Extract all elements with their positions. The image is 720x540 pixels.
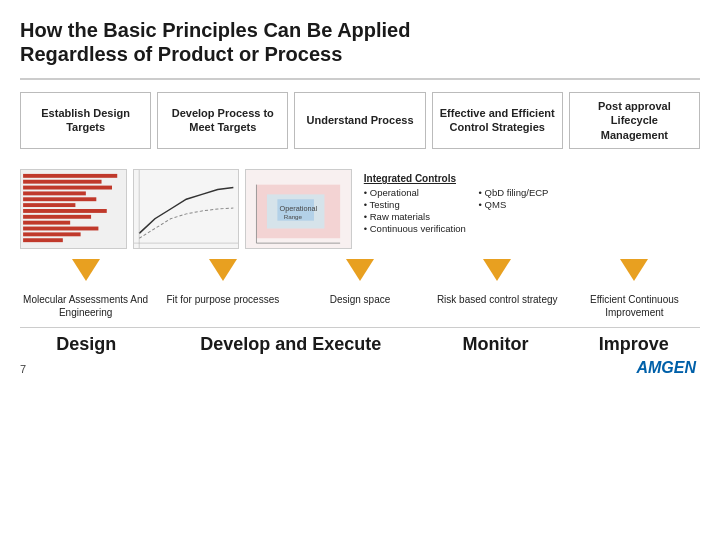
control-item-4: • Continuous verification	[364, 223, 469, 234]
control-item-6: • QMS	[479, 199, 584, 210]
controls-col-2: • QbD filing/ECP • QMS	[479, 187, 584, 235]
control-item-1: • Operational	[364, 187, 469, 198]
bottom-label-develop: Develop and Execute	[158, 334, 423, 355]
down-arrow-3	[346, 259, 374, 281]
down-arrow-4	[483, 259, 511, 281]
control-item-5: • QbD filing/ECP	[479, 187, 584, 198]
svg-rect-6	[23, 209, 107, 213]
svg-rect-0	[23, 174, 117, 178]
label-fit: Fit for purpose processes	[157, 293, 288, 319]
svg-text:Operational: Operational	[280, 205, 318, 213]
chart-empty	[595, 169, 700, 249]
header-box-establish: Establish Design Targets	[20, 92, 151, 149]
arrow-1	[20, 259, 151, 281]
bottom-label-improve: Improve	[568, 334, 700, 355]
label-design-space: Design space	[294, 293, 425, 319]
svg-rect-5	[23, 203, 75, 207]
header-box-understand: Understand Process	[294, 92, 425, 149]
bottom-improve: Improve	[568, 334, 700, 355]
chart-line	[133, 169, 240, 249]
down-arrow-5	[620, 259, 648, 281]
header-box-develop: Develop Process to Meet Targets	[157, 92, 288, 149]
controls-title: Integrated Controls	[364, 173, 584, 184]
chart-design-space: Operational Range	[245, 169, 352, 249]
arrow-4	[432, 259, 563, 281]
down-arrow-1	[72, 259, 100, 281]
charts-row: Operational Range Integrated Controls • …	[20, 159, 700, 249]
bottom-label-design: Design	[20, 334, 152, 355]
svg-rect-3	[23, 191, 86, 195]
label-risk: Risk based control strategy	[432, 293, 563, 319]
page-number: 7	[20, 363, 26, 375]
header-box-postapproval: Post approval Lifecycle Management	[569, 92, 700, 149]
label-efficient: Efficient Continuous Improvement	[569, 293, 700, 319]
arrow-5	[569, 259, 700, 281]
down-arrow-2	[209, 259, 237, 281]
bottom-design: Design	[20, 334, 152, 355]
page: How the Basic Principles Can Be Applied …	[0, 0, 720, 540]
control-item-3: • Raw materials	[364, 211, 469, 222]
svg-rect-9	[23, 226, 98, 230]
footer: 7 AMGEN	[20, 359, 700, 377]
title-divider	[20, 78, 700, 80]
header-box-effective: Effective and Efficient Control Strategi…	[432, 92, 563, 149]
integrated-controls-box: Integrated Controls • Operational • Test…	[358, 169, 590, 249]
amgen-logo: AMGEN	[636, 359, 700, 377]
bottom-monitor: Monitor	[429, 334, 561, 355]
arrow-3	[294, 259, 425, 281]
svg-rect-11	[23, 238, 63, 242]
controls-col-1: • Operational • Testing • Raw materials …	[364, 187, 469, 235]
labels-row: Molecular Assessments And Engineering Fi…	[20, 293, 700, 319]
page-title: How the Basic Principles Can Be Applied …	[20, 18, 700, 66]
svg-rect-1	[23, 180, 101, 184]
bottom-label-monitor: Monitor	[429, 334, 561, 355]
bottom-row: Design Develop and Execute Monitor Impro…	[20, 327, 700, 355]
svg-rect-8	[23, 221, 70, 225]
label-molecular: Molecular Assessments And Engineering	[20, 293, 151, 319]
svg-rect-2	[23, 185, 112, 189]
arrows-row	[20, 251, 700, 289]
control-item-2: • Testing	[364, 199, 469, 210]
svg-text:Range: Range	[284, 214, 303, 220]
svg-rect-7	[23, 215, 91, 219]
header-boxes-row: Establish Design Targets Develop Process…	[20, 92, 700, 149]
bottom-develop: Develop and Execute	[158, 334, 423, 355]
chart-hbar	[20, 169, 127, 249]
arrow-2	[157, 259, 288, 281]
svg-rect-4	[23, 197, 96, 201]
controls-columns: • Operational • Testing • Raw materials …	[364, 187, 584, 235]
svg-rect-10	[23, 232, 81, 236]
